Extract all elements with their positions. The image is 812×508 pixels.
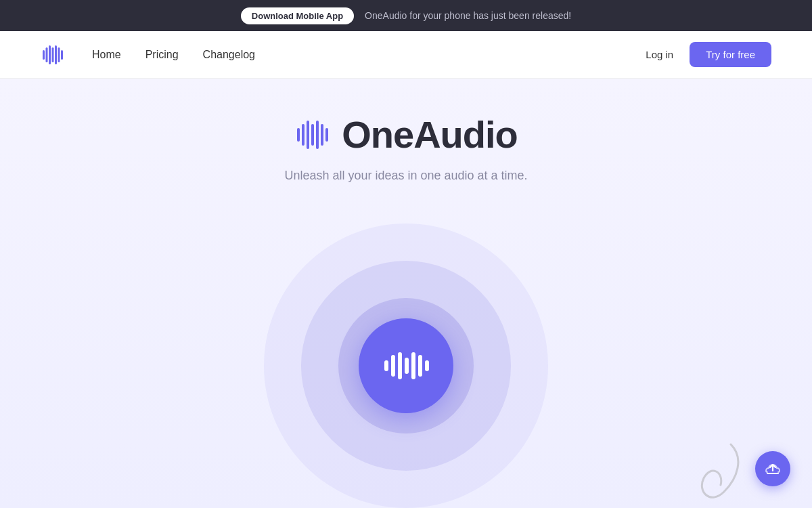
svg-rect-15	[391, 355, 395, 377]
svg-rect-8	[302, 124, 304, 146]
svg-rect-2	[49, 45, 51, 64]
center-play-button[interactable]	[359, 318, 453, 413]
svg-rect-0	[43, 50, 45, 60]
nav-right: Log in Try for free	[646, 42, 771, 67]
svg-rect-17	[405, 358, 409, 374]
download-mobile-app-button[interactable]: Download Mobile App	[241, 7, 354, 24]
upload-icon	[764, 460, 782, 478]
svg-rect-4	[55, 45, 57, 64]
svg-rect-14	[384, 360, 388, 371]
svg-rect-12	[321, 124, 323, 146]
svg-rect-10	[311, 124, 314, 146]
nav-pricing[interactable]: Pricing	[145, 49, 179, 61]
login-link[interactable]: Log in	[646, 49, 673, 60]
nav-links: Home Pricing Changelog	[92, 49, 646, 61]
hero-section: OneAudio Unleash all your ideas in one a…	[0, 79, 812, 508]
hero-title-area: OneAudio	[294, 112, 518, 156]
svg-rect-11	[316, 121, 319, 149]
banner-message: OneAudio for your phone has just been re…	[365, 10, 571, 21]
svg-rect-6	[61, 50, 63, 60]
hero-logo-icon	[294, 117, 331, 153]
hero-subtitle: Unleash all your ideas in one audio at a…	[284, 169, 527, 183]
top-banner: Download Mobile App OneAudio for your ph…	[0, 0, 812, 31]
hero-title-text: OneAudio	[342, 112, 518, 156]
upload-fab[interactable]	[755, 451, 790, 486]
center-waveform-icon	[382, 351, 430, 381]
svg-rect-9	[307, 121, 309, 149]
svg-rect-5	[58, 47, 60, 62]
logo[interactable]	[41, 43, 65, 67]
svg-rect-1	[46, 47, 48, 62]
nav-home[interactable]: Home	[92, 49, 121, 61]
svg-rect-19	[418, 355, 422, 377]
svg-rect-18	[411, 352, 415, 379]
navbar: Home Pricing Changelog Log in Try for fr…	[0, 31, 812, 79]
float-decoration	[690, 438, 744, 501]
svg-rect-3	[52, 47, 54, 62]
svg-rect-20	[425, 360, 429, 371]
svg-rect-13	[325, 128, 328, 142]
svg-rect-16	[398, 352, 402, 379]
try-for-free-button[interactable]: Try for free	[690, 42, 771, 67]
logo-icon	[41, 43, 65, 67]
nav-changelog[interactable]: Changelog	[203, 49, 255, 61]
svg-rect-7	[297, 128, 300, 142]
hero-visual	[237, 224, 575, 508]
